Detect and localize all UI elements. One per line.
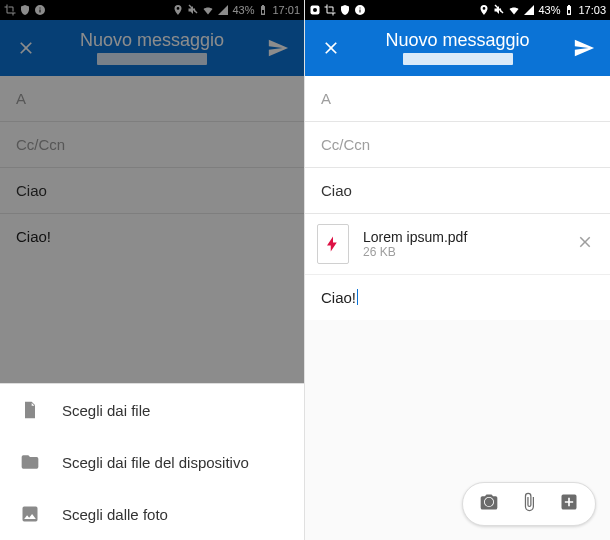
attachment-row: Lorem ipsum.pdf 26 KB bbox=[305, 214, 610, 275]
location-icon bbox=[478, 4, 490, 16]
cc-field[interactable]: Cc/Ccn bbox=[305, 122, 610, 168]
add-box-icon bbox=[559, 492, 579, 512]
folder-icon bbox=[20, 452, 40, 472]
pdf-icon bbox=[324, 235, 342, 253]
crop-icon bbox=[4, 4, 16, 16]
close-icon bbox=[321, 38, 341, 58]
attachment-thumb[interactable] bbox=[317, 224, 349, 264]
location-icon bbox=[172, 4, 184, 16]
wifi-icon bbox=[202, 4, 214, 16]
close-icon bbox=[576, 233, 594, 251]
sheet-item-choose-files[interactable]: Scegli dai file bbox=[0, 384, 304, 436]
sheet-item-label: Scegli dai file del dispositivo bbox=[62, 454, 249, 471]
appbar-title: Nuovo messaggio bbox=[80, 31, 224, 51]
sheet-item-label: Scegli dai file bbox=[62, 402, 150, 419]
info-icon bbox=[34, 4, 46, 16]
status-right-icons: 43% 17:03 bbox=[478, 4, 606, 16]
appbar-title: Nuovo messaggio bbox=[385, 31, 529, 51]
dimmed-area: 43% 17:01 Nuovo messaggio A Cc/Ccn bbox=[0, 0, 304, 414]
cc-field[interactable]: Cc/Ccn bbox=[0, 122, 304, 168]
svg-point-1 bbox=[313, 8, 317, 12]
signal-icon bbox=[523, 4, 535, 16]
shield-icon bbox=[339, 4, 351, 16]
status-bar: 43% 17:01 bbox=[0, 0, 304, 20]
remove-attachment-button[interactable] bbox=[576, 233, 594, 255]
attachment-size: 26 KB bbox=[363, 245, 562, 259]
file-icon bbox=[20, 400, 40, 420]
camera-icon bbox=[479, 492, 499, 512]
appbar-subtitle-redacted bbox=[403, 53, 513, 65]
subject-field[interactable]: Ciao bbox=[305, 168, 610, 214]
to-field[interactable]: A bbox=[305, 76, 610, 122]
clock-text: 17:03 bbox=[578, 4, 606, 16]
paperclip-icon bbox=[519, 492, 539, 512]
crop-icon bbox=[324, 4, 336, 16]
appbar-title-wrap: Nuovo messaggio bbox=[349, 31, 566, 65]
to-field[interactable]: A bbox=[0, 76, 304, 122]
mute-icon bbox=[187, 4, 199, 16]
sheet-item-choose-device-files[interactable]: Scegli dai file del dispositivo bbox=[0, 436, 304, 488]
send-icon bbox=[573, 37, 595, 59]
add-media-button[interactable] bbox=[559, 492, 579, 516]
attach-toolbar bbox=[462, 482, 596, 526]
status-left-icons bbox=[309, 4, 366, 16]
close-button[interactable] bbox=[313, 38, 349, 58]
paperclip-button[interactable] bbox=[519, 492, 539, 516]
attachment-name: Lorem ipsum.pdf bbox=[363, 229, 562, 245]
subject-field[interactable]: Ciao bbox=[0, 168, 304, 214]
app-bar: Nuovo messaggio bbox=[305, 20, 610, 76]
image-icon bbox=[20, 504, 40, 524]
sheet-item-label: Scegli dalle foto bbox=[62, 506, 168, 523]
attachment-sheet: Scegli dai file Scegli dai file del disp… bbox=[0, 383, 304, 540]
appbar-title-wrap: Nuovo messaggio bbox=[44, 31, 260, 65]
battery-text: 43% bbox=[538, 4, 560, 16]
close-button[interactable] bbox=[8, 38, 44, 58]
send-button[interactable] bbox=[566, 37, 602, 59]
status-right-icons: 43% 17:01 bbox=[172, 4, 300, 16]
send-icon bbox=[267, 37, 289, 59]
send-button[interactable] bbox=[260, 37, 296, 59]
attachment-meta: Lorem ipsum.pdf 26 KB bbox=[363, 229, 562, 259]
camera-app-icon bbox=[309, 4, 321, 16]
battery-icon bbox=[563, 4, 575, 16]
close-icon bbox=[16, 38, 36, 58]
signal-icon bbox=[217, 4, 229, 16]
battery-icon bbox=[257, 4, 269, 16]
wifi-icon bbox=[508, 4, 520, 16]
camera-button[interactable] bbox=[479, 492, 499, 516]
screen-right: 43% 17:03 Nuovo messaggio A Cc/Ccn Ciao bbox=[305, 0, 610, 540]
appbar-subtitle-redacted bbox=[97, 53, 207, 65]
mute-icon bbox=[493, 4, 505, 16]
screen-left: 43% 17:01 Nuovo messaggio A Cc/Ccn bbox=[0, 0, 305, 540]
status-left-icons bbox=[4, 4, 46, 16]
body-field[interactable]: Ciao! bbox=[305, 275, 610, 320]
battery-text: 43% bbox=[232, 4, 254, 16]
shield-icon bbox=[19, 4, 31, 16]
info-icon bbox=[354, 4, 366, 16]
app-bar: Nuovo messaggio bbox=[0, 20, 304, 76]
sheet-item-choose-photos[interactable]: Scegli dalle foto bbox=[0, 488, 304, 540]
clock-text: 17:01 bbox=[272, 4, 300, 16]
stage: 43% 17:01 Nuovo messaggio A Cc/Ccn bbox=[0, 0, 610, 540]
status-bar: 43% 17:03 bbox=[305, 0, 610, 20]
